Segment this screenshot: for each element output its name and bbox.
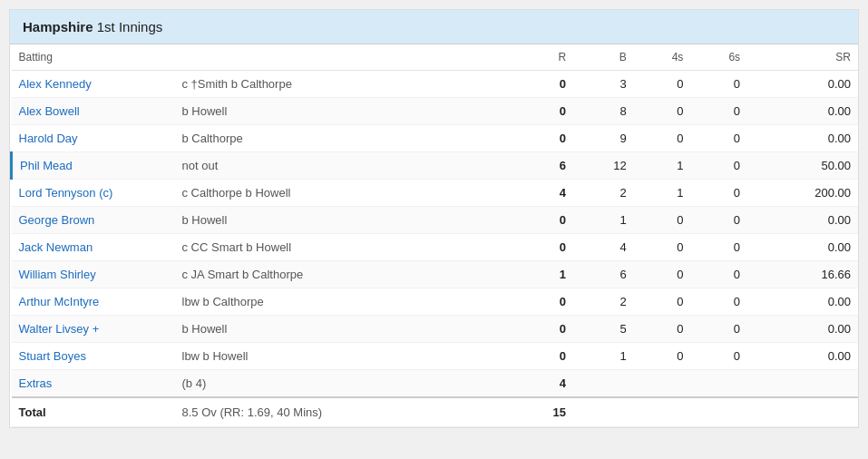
table-row: Harold Dayb Calthorpe09000.00 [12, 125, 859, 152]
total-value: 15 [512, 397, 573, 427]
runs: 0 [512, 288, 573, 316]
sixes: 0 [690, 343, 747, 370]
col-b: B [573, 44, 634, 71]
dismissal: b Howell [175, 98, 513, 125]
balls: 2 [573, 288, 634, 316]
team-name: Hampshire [23, 19, 93, 34]
sixes: 0 [690, 316, 747, 343]
balls: 12 [573, 152, 634, 180]
player-name[interactable]: Harold Day [12, 125, 175, 152]
table-row: Stuart Boyeslbw b Howell01000.00 [12, 343, 859, 370]
scorecard: Hampshire 1st Innings Batting R B 4s 6s … [9, 9, 859, 428]
fours: 0 [634, 98, 691, 125]
runs: 0 [512, 98, 573, 125]
runs: 0 [512, 316, 573, 343]
runs: 0 [512, 71, 573, 98]
extras-detail: (b 4) [175, 370, 513, 398]
fours: 0 [634, 207, 691, 234]
fours: 0 [634, 261, 691, 288]
strike-rate: 0.00 [747, 316, 858, 343]
strike-rate: 0.00 [747, 288, 858, 316]
table-row: Jack Newmanc CC Smart b Howell04000.00 [12, 234, 859, 261]
runs: 6 [512, 152, 573, 180]
dismissal: b Calthorpe [175, 125, 513, 152]
sixes: 0 [690, 234, 747, 261]
balls: 3 [573, 71, 634, 98]
extras-row: Extras (b 4) 4 [12, 370, 859, 398]
col-4s: 4s [634, 44, 691, 71]
player-name[interactable]: Phil Mead [12, 152, 175, 180]
col-6s: 6s [690, 44, 747, 71]
innings-header: Hampshire 1st Innings [10, 10, 858, 44]
runs: 4 [512, 180, 573, 207]
balls: 2 [573, 180, 634, 207]
sixes: 0 [690, 180, 747, 207]
table-row: Lord Tennyson (c)c Calthorpe b Howell421… [12, 180, 859, 207]
column-headers: Batting R B 4s 6s SR [12, 44, 859, 71]
dismissal: b Howell [175, 316, 513, 343]
dismissal: c JA Smart b Calthorpe [175, 261, 513, 288]
runs: 1 [512, 261, 573, 288]
sixes: 0 [690, 125, 747, 152]
sixes: 0 [690, 207, 747, 234]
fours: 0 [634, 125, 691, 152]
strike-rate: 200.00 [747, 180, 858, 207]
balls: 9 [573, 125, 634, 152]
table-row: William Shirleyc JA Smart b Calthorpe160… [12, 261, 859, 288]
strike-rate: 16.66 [747, 261, 858, 288]
player-name[interactable]: George Brown [12, 207, 175, 234]
innings-label: 1st Innings [97, 19, 163, 34]
player-name[interactable]: Alex Kennedy [12, 71, 175, 98]
col-sr: SR [747, 44, 858, 71]
dismissal: c Calthorpe b Howell [175, 180, 513, 207]
sixes: 0 [690, 261, 747, 288]
strike-rate: 0.00 [747, 125, 858, 152]
fours: 0 [634, 71, 691, 98]
table-row: Alex Bowellb Howell08000.00 [12, 98, 859, 125]
strike-rate: 0.00 [747, 343, 858, 370]
sixes: 0 [690, 288, 747, 316]
player-name[interactable]: Walter Livsey + [12, 316, 175, 343]
balls: 1 [573, 207, 634, 234]
col-dismissal [175, 44, 513, 71]
player-name[interactable]: Lord Tennyson (c) [12, 180, 175, 207]
balls: 1 [573, 343, 634, 370]
table-row: George Brownb Howell01000.00 [12, 207, 859, 234]
player-name[interactable]: William Shirley [12, 261, 175, 288]
sixes: 0 [690, 152, 747, 180]
runs: 0 [512, 343, 573, 370]
strike-rate: 0.00 [747, 98, 858, 125]
strike-rate: 0.00 [747, 207, 858, 234]
dismissal: lbw b Calthorpe [175, 288, 513, 316]
batting-table: Batting R B 4s 6s SR Alex Kennedyc †Smit… [10, 44, 858, 427]
balls: 5 [573, 316, 634, 343]
runs: 0 [512, 234, 573, 261]
table-row: Phil Meadnot out6121050.00 [12, 152, 859, 180]
fours: 1 [634, 152, 691, 180]
sixes: 0 [690, 98, 747, 125]
dismissal: b Howell [175, 207, 513, 234]
fours: 0 [634, 343, 691, 370]
extras-label: Extras [12, 370, 175, 398]
player-name[interactable]: Alex Bowell [12, 98, 175, 125]
table-row: Walter Livsey +b Howell05000.00 [12, 316, 859, 343]
strike-rate: 0.00 [747, 234, 858, 261]
runs: 0 [512, 125, 573, 152]
fours: 0 [634, 288, 691, 316]
col-batting: Batting [12, 44, 175, 71]
fours: 1 [634, 180, 691, 207]
player-name[interactable]: Stuart Boyes [12, 343, 175, 370]
strike-rate: 50.00 [747, 152, 858, 180]
balls: 6 [573, 261, 634, 288]
dismissal: c CC Smart b Howell [175, 234, 513, 261]
extras-value: 4 [512, 370, 573, 398]
fours: 0 [634, 316, 691, 343]
dismissal: c †Smith b Calthorpe [175, 71, 513, 98]
total-label: Total [12, 397, 175, 427]
player-name[interactable]: Jack Newman [12, 234, 175, 261]
balls: 4 [573, 234, 634, 261]
player-name[interactable]: Arthur McIntyre [12, 288, 175, 316]
table-row: Alex Kennedyc †Smith b Calthorpe03000.00 [12, 71, 859, 98]
balls: 8 [573, 98, 634, 125]
table-row: Arthur McIntyrelbw b Calthorpe02000.00 [12, 288, 859, 316]
